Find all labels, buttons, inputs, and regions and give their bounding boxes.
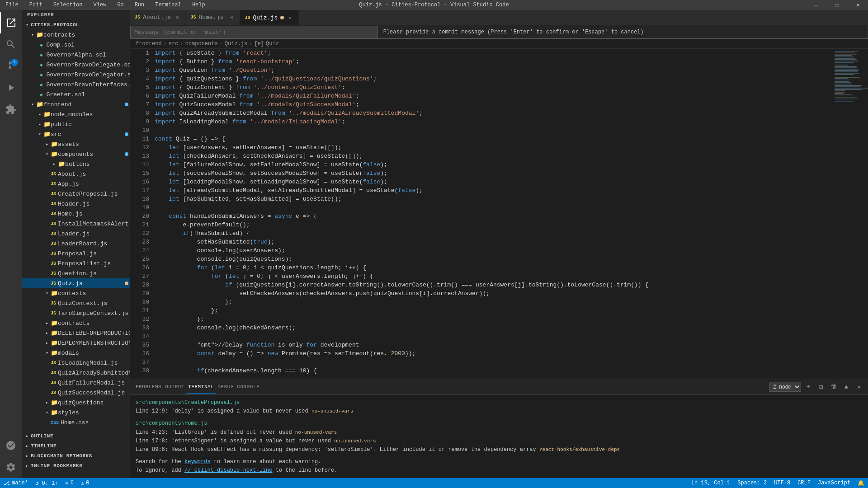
breadcrumb-quiz-js[interactable]: Quiz.js — [225, 41, 247, 47]
sidebar-item-quizsuccess-js[interactable]: JS QuizSuccessModal.js — [22, 388, 130, 398]
sidebar-item-quizcontext-js[interactable]: JS QuizContext.js — [22, 298, 130, 308]
breadcrumb-components[interactable]: components — [185, 41, 218, 47]
menu-file[interactable]: File — [4, 1, 20, 9]
sidebar-item-home-css[interactable]: CSS Home.css — [22, 418, 130, 427]
sidebar-item-leaderboard-js[interactable]: JS LeaderBoard.js — [22, 239, 130, 249]
sidebar-item-buttons[interactable]: ▸ 📁 buttons — [22, 159, 130, 169]
activity-explorer[interactable] — [0, 12, 22, 33]
sync-status[interactable]: ↺ 0↓ 1↑ — [32, 478, 61, 488]
spaces-status[interactable]: Spaces: 2 — [734, 478, 770, 488]
maximize-button[interactable]: ▭ — [826, 0, 847, 10]
activity-run[interactable] — [0, 77, 22, 99]
code-editor[interactable]: 1234567891011121314151617181920212223242… — [130, 49, 832, 379]
sidebar-item-root[interactable]: ▾ CITIES-PROTOCOL — [22, 20, 130, 30]
tab-close-button[interactable]: ✕ — [174, 14, 181, 21]
sidebar-item-proposal-js[interactable]: JS Proposal.js — [22, 249, 130, 258]
sidebar-item-contracts[interactable]: ▾ 📁 contracts — [22, 30, 130, 40]
sidebar-item-proposallist-js[interactable]: JS ProposalList.js — [22, 258, 130, 268]
sidebar-item-modals[interactable]: ▾ 📁 modals — [22, 348, 130, 358]
breadcrumb-src[interactable]: src — [169, 41, 179, 47]
sidebar-item-ga-sol[interactable]: ◆ GovernorAlpha.sol — [22, 50, 130, 60]
commit-message-input[interactable] — [130, 26, 378, 38]
line-ending-status[interactable]: CRLF — [794, 478, 814, 488]
terminal-selector[interactable]: 2: node — [769, 382, 801, 392]
kill-terminal-button[interactable]: 🗑 — [828, 381, 839, 392]
split-terminal-button[interactable]: ⊞ — [816, 381, 826, 392]
menu-edit[interactable]: Edit — [28, 1, 44, 9]
breadcrumb-quiz[interactable]: Quiz — [266, 41, 279, 47]
sidebar-item-frontend[interactable]: ▾ 📁 frontend — [22, 99, 130, 109]
sidebar-item-header-js[interactable]: JS Header.js — [22, 199, 130, 209]
minimize-button[interactable]: ─ — [806, 0, 826, 10]
sidebar-item-isloading-js[interactable]: JS IsLoadingModal.js — [22, 358, 130, 368]
sidebar-item-quiz-js[interactable]: JS Quiz.js — [22, 278, 130, 288]
sidebar-item-leader-js[interactable]: JS Leader.js — [22, 229, 130, 239]
tab-home[interactable]: JS Home.js ✕ — [186, 10, 240, 25]
sidebar-item-quizfailure-js[interactable]: JS QuizFailureModal.js — [22, 378, 130, 388]
encoding-status[interactable]: UTF-8 — [770, 478, 794, 488]
sidebar-item-createproposal-js[interactable]: JS CreateProposal.js — [22, 189, 130, 199]
sidebar-item-installmetamask-js[interactable]: JS InstallMetamaskAlert.js — [22, 219, 130, 229]
sidebar-item-quizquestions[interactable]: ▸ 📁 quizQuestions — [22, 398, 130, 408]
sidebar-item-timeline[interactable]: ▸ TIMELINE — [22, 441, 130, 451]
menu-help[interactable]: Help — [190, 1, 207, 9]
error-status[interactable]: ⊗ 0 — [61, 478, 77, 488]
sidebar-item-src[interactable]: ▾ 📁 src — [22, 129, 130, 139]
menu-selection[interactable]: Selection — [52, 1, 85, 9]
sidebar-item-contracts2[interactable]: ▸ 📁 contracts — [22, 318, 130, 328]
sidebar-item-assets[interactable]: ▸ 📁 assets — [22, 139, 130, 149]
tab-debug-console[interactable]: DEBUG CONSOLE — [216, 380, 261, 394]
activity-settings[interactable] — [0, 456, 22, 478]
sidebar-item-deploy[interactable]: ▸ 📁 DEPLOYMENTINSTRUCTIONS — [22, 338, 130, 348]
sidebar-item-greeter-sol[interactable]: ◆ Greeter.sol — [22, 89, 130, 99]
sidebar-item-outline[interactable]: ▸ OUTLINE — [22, 431, 130, 441]
tab-about[interactable]: JS About.js ✕ — [130, 10, 186, 25]
tab-problems[interactable]: PROBLEMS — [134, 380, 163, 394]
code-content[interactable]: import { useState } from 'react';import … — [153, 49, 832, 379]
sidebar-item-app-js[interactable]: JS App.js — [22, 179, 130, 189]
language-status[interactable]: JavaScript — [814, 478, 854, 488]
close-panel-button[interactable]: ✕ — [854, 381, 864, 392]
sidebar-item-home-js[interactable]: JS Home.js — [22, 209, 130, 219]
menu-view[interactable]: View — [91, 1, 108, 9]
cursor-position[interactable]: Ln 19, Col 1 — [688, 478, 734, 488]
sidebar-item-inline-bookmarks[interactable]: ▸ INLINE BOOKMARKS — [22, 461, 130, 471]
sidebar-item-public[interactable]: ▸ 📁 public — [22, 119, 130, 129]
tab-quiz[interactable]: JS Quiz.js ✕ — [240, 10, 299, 25]
sidebar-item-styles[interactable]: ▾ 📁 styles — [22, 408, 130, 418]
warning-status[interactable]: ⚠ 0 — [77, 478, 93, 488]
tab-output[interactable]: OUTPUT — [163, 380, 186, 394]
sidebar-item-quizalready-js[interactable]: JS QuizAlreadySubmittedModal.js — [22, 368, 130, 378]
sidebar-item-comp-sol[interactable]: ◆ Comp.sol — [22, 40, 130, 50]
branch-status[interactable]: ⎇ main* — [0, 478, 32, 488]
sidebar-item-question-js[interactable]: JS Question.js — [22, 268, 130, 278]
menu-go[interactable]: Go — [115, 1, 125, 9]
sidebar-item-gbi-sol[interactable]: ◆ GovernorBravoInterfaces.sol — [22, 80, 130, 89]
tab-terminal[interactable]: TERMINAL — [186, 380, 216, 394]
activity-source-control[interactable]: 1 — [0, 55, 22, 77]
keywords-link[interactable]: keywords — [184, 459, 211, 465]
menu-run[interactable]: Run — [133, 1, 146, 9]
terminal-content[interactable]: src\components\CreateProposal.js Line 12… — [130, 395, 868, 478]
titlebar-menu[interactable]: File Edit Selection View Go Run Terminal… — [4, 1, 207, 9]
sidebar-item-node-modules[interactable]: ▸ 📁 node_modules — [22, 109, 130, 119]
maximize-panel-button[interactable]: ▲ — [841, 381, 852, 392]
sidebar-item-delete[interactable]: ▸ 📁 DELETEBEFOREPRODUCTION — [22, 328, 130, 338]
eslint-link[interactable]: // eslint-disable-next-line — [184, 467, 272, 474]
activity-extensions[interactable] — [0, 99, 22, 120]
sidebar-item-blockchain[interactable]: ▸ BLOCKCHAIN NETWORKS — [22, 451, 130, 461]
activity-accounts[interactable] — [0, 435, 22, 456]
sidebar-item-gbdg-sol[interactable]: ◆ GovernorBravoDelegator.sol — [22, 70, 130, 80]
sidebar-item-about-js[interactable]: JS About.js — [22, 169, 130, 179]
sidebar-item-contexts[interactable]: ▾ 📁 contexts — [22, 288, 130, 298]
sidebar-item-components[interactable]: ▾ 📁 components — [22, 149, 130, 159]
activity-search[interactable] — [0, 33, 22, 55]
breadcrumb-frontend[interactable]: frontend — [136, 41, 162, 47]
notifications-button[interactable]: 🔔 — [854, 478, 868, 488]
new-terminal-button[interactable]: + — [803, 381, 814, 392]
sidebar-item-gbd-sol[interactable]: ◆ GovernorBravoDelegate.sol — [22, 60, 130, 70]
tab-close-button[interactable]: ✕ — [287, 14, 294, 21]
close-button[interactable]: ✕ — [847, 0, 868, 10]
menu-terminal[interactable]: Terminal — [153, 1, 183, 9]
tab-close-button[interactable]: ✕ — [228, 14, 235, 21]
